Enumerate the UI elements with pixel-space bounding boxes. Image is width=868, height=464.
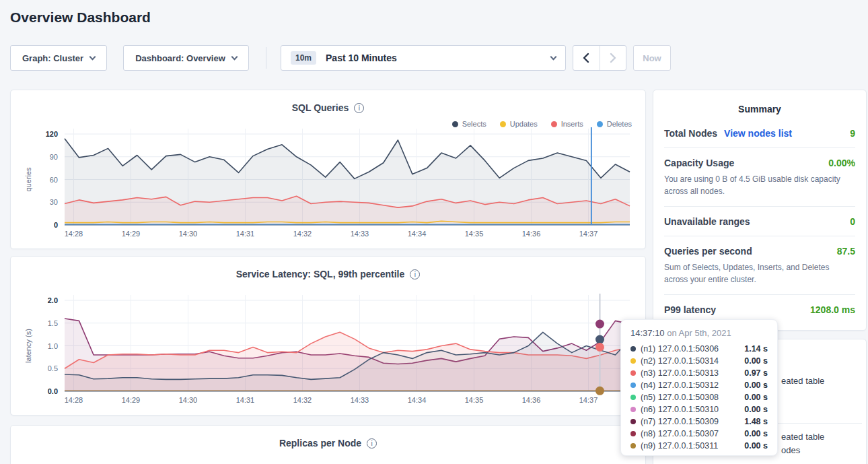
- tooltip-node-address: (n9) 127.0.0.1:50311: [641, 441, 718, 451]
- summary-row-value: 1208.0 ms: [810, 304, 855, 315]
- tooltip-node-value: 0.00 s: [744, 441, 768, 451]
- svg-text:0.0: 0.0: [48, 387, 58, 395]
- event-text-fragment: eated table: [781, 432, 824, 442]
- summary-row-label: Unavailable ranges: [664, 216, 750, 227]
- info-icon[interactable]: i: [367, 438, 377, 449]
- tooltip-node-row: (n3) 127.0.0.1:503130.97 s: [630, 367, 768, 379]
- page-title: Overview Dashboard: [10, 9, 151, 26]
- series-color-dot-icon: [630, 431, 636, 436]
- event-text-fragment: eated table: [781, 376, 824, 386]
- tooltip-node-value: 0.00 s: [744, 356, 768, 366]
- svg-text:14:28: 14:28: [65, 230, 83, 238]
- time-range-badge: 10m: [291, 51, 316, 65]
- svg-text:14:35: 14:35: [465, 230, 484, 238]
- svg-text:14:36: 14:36: [522, 230, 541, 238]
- info-icon[interactable]: i: [354, 103, 364, 113]
- svg-text:14:37: 14:37: [579, 230, 598, 238]
- sql-queries-title: SQL Queriesi: [11, 90, 645, 113]
- summary-row-description: You are using 0 B of 4.5 GiB usable disk…: [664, 173, 855, 197]
- service-latency-card: Service Latency: SQL, 99th percentilei 0…: [10, 256, 646, 416]
- summary-row-label: Total Nodes: [664, 128, 717, 139]
- service-latency-plot[interactable]: 0.00.51.01.52.014:2814:2914:3014:3114:32…: [11, 292, 647, 413]
- event-text-fragment: odes: [781, 445, 800, 455]
- graph-dropdown-label: Graph: Cluster: [22, 53, 83, 63]
- info-icon[interactable]: i: [410, 269, 420, 279]
- svg-text:14:37: 14:37: [579, 396, 598, 404]
- summary-panel: Summary Total NodesView nodes list9Capac…: [653, 90, 867, 331]
- summary-row-label: P99 latency: [664, 304, 716, 315]
- svg-text:14:35: 14:35: [465, 396, 484, 404]
- svg-text:30: 30: [50, 198, 58, 206]
- tooltip-node-address: (n2) 127.0.0.1:50314: [641, 356, 719, 366]
- summary-row-label: Queries per second: [664, 246, 752, 257]
- time-range-picker[interactable]: 10m Past 10 Minutes: [281, 45, 566, 71]
- tooltip-node-row: (n6) 127.0.0.1:503100.00 s: [630, 403, 768, 416]
- summary-row-value: 0.00%: [828, 158, 855, 168]
- summary-row-label: Capacity Usage: [664, 158, 734, 168]
- dashboard-dropdown-label: Dashboard: Overview: [135, 53, 225, 63]
- summary-row-value: 87.5: [837, 246, 855, 257]
- view-nodes-list-link[interactable]: View nodes list: [724, 128, 792, 139]
- tooltip-node-address: (n7) 127.0.0.1:50309: [641, 417, 719, 426]
- tooltip-node-value: 1.14 s: [744, 344, 768, 354]
- dashboard-dropdown[interactable]: Dashboard: Overview: [123, 45, 249, 71]
- chevron-down-icon: [89, 53, 96, 60]
- tooltip-node-value: 0.00 s: [744, 405, 768, 414]
- time-next-button[interactable]: [600, 46, 626, 70]
- svg-text:2.0: 2.0: [48, 296, 58, 304]
- chevron-left-icon: [581, 52, 591, 64]
- tooltip-node-row: (n7) 127.0.0.1:503091.48 s: [630, 416, 768, 428]
- series-color-dot-icon: [630, 358, 636, 364]
- svg-text:14:29: 14:29: [122, 396, 141, 404]
- svg-text:14:31: 14:31: [236, 230, 255, 238]
- chevron-down-icon: [550, 53, 557, 60]
- tooltip-node-row: (n4) 127.0.0.1:503120.00 s: [630, 379, 768, 391]
- sql-queries-plot[interactable]: 030609012014:2814:2914:3014:3114:3214:33…: [11, 125, 647, 246]
- svg-text:90: 90: [50, 153, 58, 161]
- tooltip-node-value: 0.97 s: [744, 368, 768, 378]
- time-nav-group: [573, 45, 626, 71]
- graph-dropdown[interactable]: Graph: Cluster: [10, 45, 107, 71]
- now-button[interactable]: Now: [633, 45, 671, 71]
- summary-row: Total NodesView nodes list9: [664, 119, 855, 148]
- tooltip-node-value: 1.48 s: [744, 417, 768, 426]
- tooltip-node-address: (n3) 127.0.0.1:50313: [641, 368, 719, 378]
- summary-row: Queries per second87.5Sum of Selects, Up…: [664, 236, 855, 295]
- svg-text:14:33: 14:33: [351, 230, 369, 238]
- tooltip-node-address: (n6) 127.0.0.1:50310: [641, 405, 719, 414]
- summary-row-value: 0: [850, 216, 855, 227]
- time-prev-button[interactable]: [573, 46, 600, 70]
- series-color-dot-icon: [630, 419, 636, 424]
- overview-dashboard-page: Overview Dashboard Graph: Cluster Dashbo…: [0, 0, 868, 464]
- summary-rows: Total NodesView nodes list9Capacity Usag…: [664, 119, 855, 324]
- tooltip-node-value: 0.00 s: [744, 393, 768, 402]
- tooltip-node-address: (n1) 127.0.0.1:50306: [641, 344, 719, 354]
- svg-text:queries: queries: [24, 167, 32, 192]
- summary-title: Summary: [664, 90, 855, 119]
- time-range-label: Past 10 Minutes: [326, 53, 544, 63]
- svg-text:14:33: 14:33: [351, 396, 369, 404]
- summary-row-description: Sum of Selects, Updates, Inserts, and De…: [664, 261, 855, 286]
- replicas-per-node-card: Replicas per Nodei: [10, 425, 646, 464]
- chevron-right-icon: [608, 52, 618, 64]
- series-color-dot-icon: [630, 407, 636, 412]
- tooltip-node-row: (n9) 127.0.0.1:503110.00 s: [630, 440, 768, 452]
- svg-text:14:28: 14:28: [65, 396, 83, 404]
- svg-text:14:34: 14:34: [408, 396, 427, 404]
- tooltip-node-address: (n5) 127.0.0.1:50308: [641, 393, 719, 402]
- svg-text:0: 0: [54, 221, 58, 229]
- svg-text:14:32: 14:32: [293, 230, 312, 238]
- svg-text:14:32: 14:32: [293, 396, 312, 404]
- svg-text:1.5: 1.5: [48, 319, 58, 327]
- series-color-dot-icon: [630, 383, 636, 388]
- tooltip-timestamp: 14:37:10 on Apr 5th, 2021: [630, 328, 768, 338]
- tooltip-node-row: (n2) 127.0.0.1:503140.00 s: [630, 355, 768, 367]
- svg-text:14:30: 14:30: [179, 396, 198, 404]
- svg-text:latency (s): latency (s): [24, 329, 32, 363]
- sql-queries-card: SQL Queriesi SelectsUpdatesInsertsDelete…: [10, 90, 646, 249]
- tooltip-node-address: (n4) 127.0.0.1:50312: [641, 380, 719, 390]
- svg-text:0.5: 0.5: [48, 364, 58, 372]
- summary-row: Capacity Usage0.00%You are using 0 B of …: [664, 148, 855, 207]
- tooltip-node-row: (n8) 127.0.0.1:503070.00 s: [630, 428, 768, 440]
- summary-row: Unavailable ranges0: [664, 207, 855, 236]
